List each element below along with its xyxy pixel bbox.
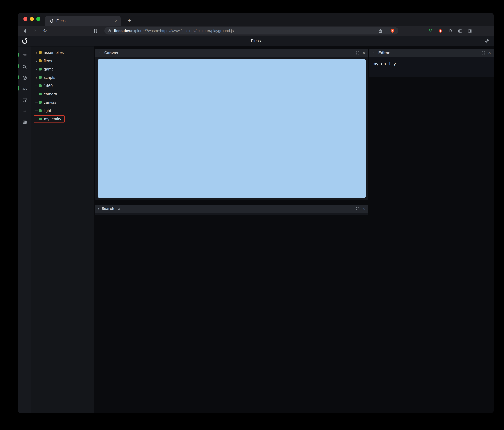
tree-item-canvas[interactable]: canvas — [31, 98, 94, 107]
entity-swatch-icon — [39, 84, 42, 87]
forward-button[interactable] — [31, 28, 37, 34]
search-tool-icon[interactable] — [19, 61, 30, 72]
tree-item-label: canvas — [44, 100, 56, 105]
back-button[interactable] — [22, 28, 28, 34]
reload-button[interactable]: ↻ — [42, 28, 48, 34]
tool-sidebar: </> — [18, 46, 31, 413]
new-tab-button[interactable]: + — [125, 16, 134, 25]
canvas-panel-body — [95, 57, 368, 200]
desktop: Flecs ✕ + ↻ flecs.dev/explorer/?wasm=htt… — [0, 0, 504, 430]
stats-chart-icon[interactable] — [19, 106, 30, 117]
fullscreen-icon[interactable] — [481, 51, 486, 55]
inspect-icon[interactable] — [19, 95, 30, 106]
traffic-lights — [23, 17, 40, 21]
collapsed-dot-icon[interactable]: • — [98, 207, 99, 211]
app-content: </> › assemblies — [18, 46, 494, 413]
extension-icons: V — [427, 28, 483, 34]
search-panel-body — [95, 213, 368, 215]
fullscreen-icon[interactable] — [355, 51, 360, 55]
canvas-panel-header[interactable]: Canvas ✕ — [95, 49, 368, 57]
entity-swatch-icon — [39, 117, 42, 120]
minimize-window-button[interactable] — [30, 17, 34, 21]
chevron-right-icon[interactable]: › — [34, 50, 39, 55]
url-path: /explorer/?wasm=https://www.flecs.dev/ex… — [130, 29, 234, 33]
entities-cube-icon[interactable] — [19, 72, 30, 83]
tab-close-icon[interactable]: ✕ — [115, 19, 118, 22]
editor-panel-header[interactable]: Editor ✕ — [369, 49, 494, 57]
chevron-right-icon[interactable]: › — [34, 67, 39, 71]
url-bar[interactable]: flecs.dev/explorer/?wasm=https://www.fle… — [104, 27, 398, 35]
tree-item-assemblies[interactable]: › assemblies — [31, 48, 94, 57]
tree-item-label: assemblies — [44, 50, 64, 55]
share-icon[interactable] — [377, 28, 383, 34]
extension-v-icon[interactable]: V — [427, 28, 433, 34]
entity-swatch-icon — [39, 68, 42, 71]
close-panel-icon[interactable]: ✕ — [488, 51, 491, 55]
search-icon — [117, 207, 121, 211]
tree-leaf-dash — [34, 119, 39, 119]
sidebar-toggle-icon[interactable] — [457, 28, 463, 34]
tree-item-label: light — [44, 108, 51, 113]
chevron-down-icon[interactable] — [372, 51, 376, 55]
urlbar-actions — [377, 28, 395, 34]
tables-icon[interactable] — [19, 117, 30, 128]
reading-panel-icon[interactable] — [467, 28, 473, 34]
chevron-right-icon[interactable]: › — [34, 59, 39, 63]
entity-swatch-icon — [39, 101, 42, 104]
browser-menu-icon[interactable] — [477, 28, 483, 34]
tree-leaf-dash — [34, 86, 39, 86]
tree-leaf-dash — [34, 94, 39, 94]
share-link-icon[interactable] — [484, 38, 490, 44]
entity-tree: › assemblies › flecs › game › sc — [31, 46, 94, 413]
annotation-highlight: my_entity — [34, 116, 64, 123]
zoom-window-button[interactable] — [36, 17, 40, 21]
close-panel-icon[interactable]: ✕ — [362, 207, 365, 211]
chevron-right-icon[interactable]: › — [34, 75, 39, 80]
extension-shield-icon[interactable] — [437, 28, 443, 34]
entity-swatch-icon — [39, 93, 42, 95]
tree-item-camera[interactable]: camera — [31, 90, 94, 98]
tree-item-game[interactable]: › game — [31, 65, 94, 73]
fullscreen-icon[interactable] — [355, 206, 360, 211]
url-text[interactable]: flecs.dev/explorer/?wasm=https://www.fle… — [114, 29, 375, 33]
flecs-favicon-icon — [49, 18, 54, 23]
tree-item-label: camera — [44, 92, 57, 96]
close-window-button[interactable] — [23, 17, 27, 21]
search-panel-header[interactable]: • Search ✕ — [95, 205, 368, 213]
active-indicator — [18, 64, 19, 68]
extensions-puzzle-icon[interactable] — [447, 28, 453, 34]
browser-tab[interactable]: Flecs ✕ — [45, 16, 121, 26]
tree-leaf-dash — [34, 102, 39, 102]
tree-view-icon[interactable] — [19, 50, 30, 61]
panel-title: Canvas — [104, 51, 118, 55]
bookmark-icon[interactable] — [92, 28, 99, 34]
navigation-bar: ↻ flecs.dev/explorer/?wasm=https://www.f… — [18, 26, 494, 36]
tree-item-my-entity[interactable]: my_entity — [31, 115, 94, 123]
tree-item-label: scripts — [44, 75, 55, 80]
tree-item-label: my_entity — [44, 117, 61, 121]
tree-item-flecs[interactable]: › flecs — [31, 57, 94, 65]
browser-window: Flecs ✕ + ↻ flecs.dev/explorer/?wasm=htt… — [18, 13, 494, 413]
editor-content[interactable]: my_entity — [373, 61, 396, 66]
editor-panel-body[interactable]: my_entity — [369, 57, 494, 77]
tree-item-light[interactable]: light — [31, 107, 94, 115]
tree-item-scripts[interactable]: › scripts — [31, 73, 94, 81]
editor-panel: Editor ✕ my_entity — [369, 49, 494, 77]
search-panel: • Search ✕ — [95, 205, 368, 215]
active-indicator — [18, 86, 19, 90]
canvas-panel: Canvas ✕ — [95, 49, 368, 200]
tab-strip: Flecs ✕ + — [18, 13, 494, 26]
entity-swatch-icon — [39, 76, 42, 79]
active-indicator — [18, 75, 19, 79]
active-indicator — [18, 53, 19, 57]
brave-rewards-icon[interactable] — [389, 28, 395, 34]
module-swatch-icon — [39, 59, 42, 62]
chevron-down-icon[interactable] — [98, 51, 102, 55]
app-header: Flecs — [18, 36, 494, 46]
render-canvas[interactable] — [98, 59, 366, 197]
divider — [386, 29, 386, 33]
tree-item-1460[interactable]: 1460 — [31, 81, 94, 90]
module-swatch-icon — [39, 51, 42, 54]
code-editor-icon[interactable]: </> — [19, 83, 30, 95]
close-panel-icon[interactable]: ✕ — [362, 51, 365, 55]
